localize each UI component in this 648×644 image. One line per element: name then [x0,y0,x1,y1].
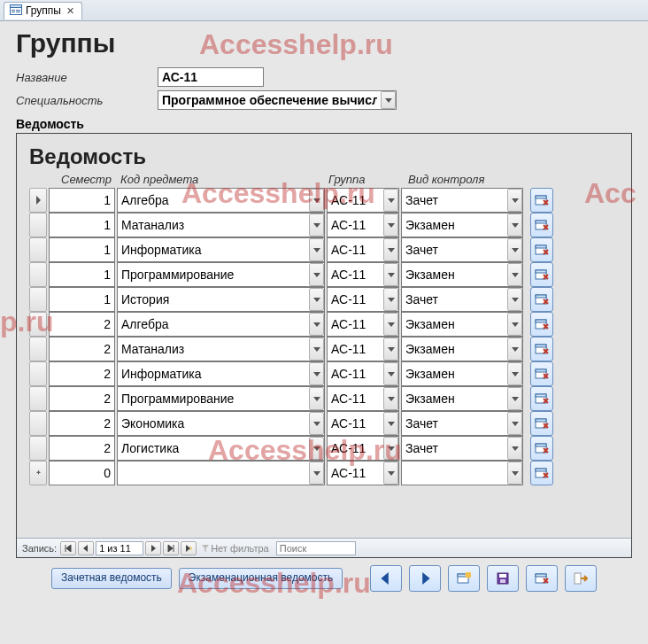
chevron-down-icon[interactable] [309,263,324,286]
row-delete-button[interactable] [530,237,553,262]
row-selector[interactable] [29,386,47,411]
cell-subject[interactable] [117,287,325,312]
chevron-down-icon[interactable] [507,213,522,237]
group-input[interactable] [328,412,383,435]
control-input[interactable] [402,313,507,336]
cell-subject[interactable] [117,361,325,386]
chevron-down-icon[interactable] [507,412,522,435]
semester-input[interactable] [50,387,114,410]
group-input[interactable] [328,213,383,237]
cell-subject[interactable] [117,436,325,461]
semester-input[interactable] [50,313,114,336]
subject-input[interactable] [118,462,309,485]
cell-subject[interactable] [117,461,325,485]
chevron-down-icon[interactable] [309,238,324,261]
cell-control[interactable] [401,361,523,386]
chevron-down-icon[interactable] [383,437,398,460]
chevron-down-icon[interactable] [383,263,398,286]
chevron-down-icon[interactable] [507,387,522,410]
cell-control[interactable] [401,411,523,436]
subject-input[interactable] [118,387,309,410]
chevron-down-icon[interactable] [383,362,398,385]
cell-group[interactable] [327,237,399,262]
cell-semester[interactable] [49,188,115,213]
chevron-down-icon[interactable] [383,338,398,361]
control-input[interactable] [402,288,507,311]
chevron-down-icon[interactable] [309,437,324,460]
row-delete-button[interactable] [530,411,553,436]
exam-sheet-button[interactable]: Экзаменационная ведомость [179,568,343,589]
subject-input[interactable] [118,263,309,286]
semester-input[interactable] [50,288,114,311]
specialty-input[interactable] [158,91,381,109]
control-input[interactable] [402,213,507,237]
prev-main-button[interactable] [370,565,402,592]
row-selector[interactable] [29,411,47,436]
new-form-button[interactable] [448,565,480,592]
chevron-down-icon[interactable] [309,313,324,336]
cell-semester[interactable] [49,411,115,436]
control-input[interactable] [402,338,507,361]
row-delete-button[interactable] [530,461,553,485]
cell-control[interactable] [401,188,523,213]
cell-subject[interactable] [117,337,325,361]
cell-subject[interactable] [117,312,325,337]
cell-group[interactable] [327,287,399,312]
cell-control[interactable] [401,237,523,262]
cell-group[interactable] [327,386,399,411]
row-delete-button[interactable] [530,386,553,411]
semester-input[interactable] [50,238,114,261]
cell-control[interactable] [401,312,523,337]
record-position[interactable] [96,541,143,555]
row-delete-button[interactable] [530,337,553,361]
group-input[interactable] [328,362,383,385]
cell-semester[interactable] [49,262,115,287]
row-delete-button[interactable] [530,262,553,287]
cell-control[interactable] [401,287,523,312]
cell-group[interactable] [327,337,399,361]
cell-semester[interactable] [49,461,115,485]
chevron-down-icon[interactable] [309,189,324,212]
chevron-down-icon[interactable] [309,338,324,361]
subject-input[interactable] [118,437,309,460]
row-selector[interactable] [29,213,47,237]
row-delete-button[interactable] [530,213,553,237]
control-input[interactable] [402,189,507,212]
row-selector[interactable] [29,436,47,461]
subject-input[interactable] [118,238,309,261]
row-delete-button[interactable] [530,361,553,386]
cell-group[interactable] [327,436,399,461]
next-record-button[interactable] [145,541,161,555]
chevron-down-icon[interactable] [383,462,398,485]
group-input[interactable] [328,437,383,460]
cell-semester[interactable] [49,213,115,237]
chevron-down-icon[interactable] [507,238,522,261]
group-input[interactable] [328,263,383,286]
group-input[interactable] [328,288,383,311]
row-selector[interactable] [29,262,47,287]
chevron-down-icon[interactable] [383,189,398,212]
row-delete-button[interactable] [530,436,553,461]
row-selector[interactable] [29,188,47,213]
prev-record-button[interactable] [78,541,94,555]
row-selector[interactable] [29,287,47,312]
subject-input[interactable] [118,362,309,385]
chevron-down-icon[interactable] [383,387,398,410]
subject-input[interactable] [118,313,309,336]
chevron-down-icon[interactable] [507,313,522,336]
cell-group[interactable] [327,262,399,287]
tab-groups[interactable]: Группы ✕ [4,2,82,19]
chevron-down-icon[interactable] [383,238,398,261]
cell-semester[interactable] [49,287,115,312]
row-selector[interactable] [29,461,47,485]
chevron-down-icon[interactable] [309,387,324,410]
chevron-down-icon[interactable] [383,288,398,311]
group-input[interactable] [328,462,383,485]
semester-input[interactable] [50,462,114,485]
cell-semester[interactable] [49,237,115,262]
control-input[interactable] [402,462,507,485]
cell-subject[interactable] [117,213,325,237]
chevron-down-icon[interactable] [309,412,324,435]
chevron-down-icon[interactable] [309,288,324,311]
row-delete-button[interactable] [530,312,553,337]
